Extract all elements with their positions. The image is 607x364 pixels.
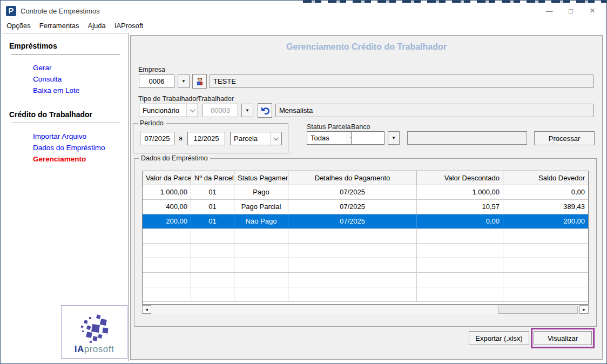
table-cell[interactable] [417,258,503,272]
table-cell[interactable]: 1.000,00 [143,185,191,199]
close-icon[interactable]: × [582,3,603,19]
banco-code-input[interactable] [351,131,385,145]
table-cell[interactable] [288,273,417,287]
table-cell[interactable] [503,244,588,258]
window-controls: — □ × [538,3,603,19]
table-cell[interactable] [234,244,288,258]
empresa-lookup-button[interactable] [192,74,207,89]
table-cell[interactable] [234,229,288,243]
table-cell[interactable] [191,258,234,272]
periodo-from-input[interactable] [140,132,174,145]
column-header[interactable]: Valor Descontado [417,171,503,185]
table-cell[interactable]: 01 [191,185,234,199]
visualizar-button[interactable]: Visualizar [534,331,592,345]
empresa-label: Empresa [138,66,165,73]
table-cell[interactable]: 07/2025 [288,200,417,214]
processar-button[interactable]: Processar [534,131,595,145]
table-cell[interactable] [288,229,417,243]
table-cell[interactable] [417,244,503,258]
table-cell[interactable] [503,258,588,272]
menu-ajuda[interactable]: Ajuda [84,20,110,31]
table-empty-row[interactable] [143,229,588,244]
horizontal-scrollbar[interactable]: ◄ ► [142,305,589,314]
table-cell[interactable]: 200,00 [143,214,191,228]
table-cell[interactable]: 1.000,00 [417,185,503,199]
empresa-dropdown-button[interactable]: ▼ [178,75,190,88]
column-header[interactable]: Valor da Parcela [143,171,191,185]
table-cell[interactable] [191,244,234,258]
chevron-down-icon [186,104,198,117]
table-cell[interactable] [417,273,503,287]
trabalhador-dropdown-button[interactable]: ▼ [241,104,253,117]
exportar-button[interactable]: Exportar (.xlsx) [469,331,529,345]
table-cell[interactable] [503,273,588,287]
table-row[interactable]: 1.000,0001Pago07/20251.000,000,00 [143,185,588,200]
table-cell[interactable]: Pago [234,185,288,199]
table-cell[interactable] [143,229,191,243]
column-header[interactable]: Saldo Devedor [503,171,588,185]
sidebar-item-baixa-em-lote[interactable]: Baixa em Lote [33,85,129,96]
table-cell[interactable] [143,273,191,287]
table-cell[interactable]: 10,57 [417,200,503,214]
table-cell[interactable] [417,229,503,243]
column-header[interactable]: Status Pagamento [234,171,288,185]
dados-table[interactable]: Valor da ParcelaNº da ParcelaStatus Paga… [142,171,589,305]
sidebar-item-gerar[interactable]: Gerar [33,62,129,73]
sidebar-item-consulta[interactable]: Consulta [33,73,129,85]
table-cell[interactable] [417,287,503,301]
table-cell[interactable] [143,287,191,301]
table-cell[interactable] [503,229,588,243]
table-cell[interactable] [503,287,588,301]
table-cell[interactable]: 400,00 [143,200,191,214]
maximize-icon[interactable]: □ [560,3,582,19]
sidebar-item-dados-do-emprestimo[interactable]: Dados do Empréstimo [33,142,129,153]
table-cell[interactable]: 0,00 [503,185,588,199]
minimize-icon[interactable]: — [538,3,560,19]
table-cell[interactable] [191,287,234,301]
table-cell[interactable] [143,258,191,272]
table-row[interactable]: 400,0001Pago Parcial07/202510,57389,43 [143,200,588,214]
scroll-right-icon[interactable]: ► [579,305,589,314]
table-cell[interactable] [191,229,234,243]
menu-opcoes[interactable]: Opções [2,20,35,31]
iaprosoft-logo-icon [79,313,110,343]
periodo-mode-select[interactable]: Parcela [230,132,282,145]
table-cell[interactable]: 07/2025 [288,214,417,228]
table-cell[interactable] [288,244,417,258]
table-cell[interactable]: 07/2025 [288,185,417,199]
scroll-left-icon[interactable]: ◄ [142,305,151,314]
table-cell[interactable]: 0,00 [417,214,503,228]
table-cell[interactable] [288,287,417,301]
table-cell[interactable] [234,273,288,287]
table-cell[interactable]: Pago Parcial [234,200,288,214]
sidebar-item-importar-arquivo[interactable]: Importar Arquivo [33,131,129,142]
trabalhador-reset-button[interactable] [258,103,272,118]
table-empty-row[interactable] [143,258,588,273]
empresa-code-input[interactable] [139,75,174,88]
table-row[interactable]: 200,0001Não Pago07/20250,00200,00 [143,214,588,229]
table-header-row[interactable]: Valor da ParcelaNº da ParcelaStatus Paga… [143,171,588,185]
table-cell[interactable]: 389,43 [503,200,588,214]
table-cell[interactable] [288,258,417,272]
table-empty-row[interactable] [143,273,588,287]
table-cell[interactable] [143,244,191,258]
table-empty-row[interactable] [143,287,588,302]
tipo-trabalhador-select[interactable]: Funcionário [139,104,198,117]
table-cell[interactable]: 01 [191,200,234,214]
menu-iaprosoft[interactable]: IAProsoft [110,20,147,31]
scrollbar-thumb[interactable] [498,306,578,314]
periodo-to-input[interactable] [187,132,225,145]
table-cell[interactable] [234,258,288,272]
trabalhador-code-input[interactable] [203,104,238,117]
table-cell[interactable]: 01 [191,214,234,228]
column-header[interactable]: Detalhes do Pagamento [288,171,417,185]
table-cell[interactable] [234,287,288,301]
column-header[interactable]: Nº da Parcela [191,171,234,185]
table-cell[interactable]: 200,00 [503,214,588,228]
banco-dropdown-button[interactable]: ▼ [388,131,400,145]
table-cell[interactable]: Não Pago [234,214,288,228]
table-cell[interactable] [191,273,234,287]
menu-ferramentas[interactable]: Ferramentas [35,20,84,31]
table-empty-row[interactable] [143,244,588,258]
sidebar-item-gerenciamento[interactable]: Gerenciamento [33,153,129,165]
